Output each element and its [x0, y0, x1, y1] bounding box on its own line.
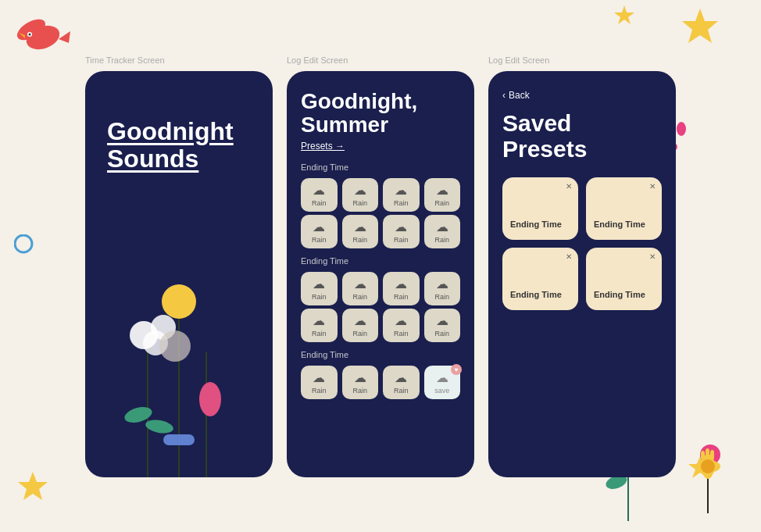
svg-point-35 — [199, 382, 221, 416]
screen1-wrapper: Time Tracker Screen Goodnight Sounds — [85, 55, 273, 477]
sound-name: Rain — [312, 387, 327, 395]
save-sound-item[interactable]: ♥ ☁ save — [424, 366, 461, 399]
sound-name: Rain — [434, 199, 449, 207]
screen3: ‹ Back Saved Presets ✕ Ending Time ✕ End… — [488, 71, 676, 477]
screen2-title: Goodnight, Summer — [301, 90, 460, 138]
sound-name: Rain — [312, 236, 327, 244]
cloud-icon: ☁ — [354, 220, 366, 234]
svg-point-30 — [162, 284, 196, 319]
preset-card-label-1: Ending Time — [510, 220, 562, 229]
cloud-icon: ☁ — [395, 313, 407, 328]
cloud-icon: ☁ — [395, 370, 407, 385]
cloud-icon: ☁ — [436, 370, 448, 385]
sound-name: Rain — [434, 330, 449, 337]
svg-point-34 — [159, 330, 191, 362]
section2-label: Ending Time — [301, 256, 460, 266]
preset-card-label-2: Ending Time — [594, 220, 645, 229]
screen2-label: Log Edit Screen — [287, 55, 348, 65]
sound-grid-1a: ☁ Rain ☁ Rain ☁ Rain ☁ Rain — [301, 178, 460, 212]
sound-name: Rain — [312, 199, 327, 207]
sound-item[interactable]: ☁ Rain — [301, 215, 338, 248]
sound-grid-1b: ☁ Rain ☁ Rain ☁ Rain ☁ Rain — [301, 215, 460, 248]
sound-name: Rain — [394, 293, 409, 301]
screen3-title: Saved Presets — [502, 110, 662, 162]
sound-item[interactable]: ☁ Rain — [383, 215, 420, 248]
sound-item[interactable]: ☁ Rain — [383, 272, 420, 305]
cloud-icon: ☁ — [313, 277, 325, 291]
preset-close-icon-1[interactable]: ✕ — [566, 182, 572, 191]
cloud-icon: ☁ — [395, 220, 407, 234]
sound-item[interactable]: ☁ Rain — [342, 272, 379, 305]
sound-item[interactable]: ☁ Rain — [383, 366, 420, 399]
sound-name: Rain — [394, 387, 409, 395]
screen1-plant-art — [85, 243, 273, 477]
preset-card-label-4: Ending Time — [594, 290, 645, 299]
cloud-icon: ☁ — [436, 277, 448, 291]
sound-name: Rain — [352, 330, 367, 337]
sound-name: save — [434, 387, 449, 395]
sound-item[interactable]: ☁ Rain — [383, 309, 420, 342]
sound-item[interactable]: ☁ Rain — [424, 272, 461, 305]
save-heart-icon: ♥ — [451, 364, 462, 375]
sound-name: Rain — [394, 199, 409, 207]
cloud-icon: ☁ — [354, 183, 366, 198]
preset-close-icon-3[interactable]: ✕ — [566, 252, 572, 261]
sound-item[interactable]: ☁ Rain — [342, 366, 379, 399]
cloud-icon: ☁ — [436, 220, 448, 234]
sound-item[interactable]: ☁ Rain — [342, 215, 379, 248]
cloud-icon: ☁ — [354, 370, 366, 385]
sound-name: Rain — [352, 236, 367, 244]
sound-grid-2a: ☁ Rain ☁ Rain ☁ Rain ☁ Rain — [301, 272, 460, 305]
presets-grid: ✕ Ending Time ✕ Ending Time ✕ Ending Tim… — [502, 177, 662, 310]
sound-item[interactable]: ☁ Rain — [342, 309, 379, 342]
section3-label: Ending Time — [301, 350, 460, 359]
cloud-icon: ☁ — [354, 313, 366, 328]
svg-rect-38 — [163, 434, 195, 445]
presets-link[interactable]: Presets → — [301, 141, 460, 152]
cloud-icon: ☁ — [436, 183, 448, 198]
cloud-icon: ☁ — [395, 277, 407, 291]
screen1: Goodnight Sounds — [85, 71, 273, 477]
sound-name: Rain — [352, 293, 367, 301]
sound-name: Rain — [352, 387, 367, 395]
sound-item[interactable]: ☁ Rain — [301, 366, 338, 399]
sound-name: Rain — [312, 330, 327, 337]
cloud-icon: ☁ — [313, 183, 325, 198]
sound-item[interactable]: ☁ Rain — [383, 178, 420, 212]
sound-item[interactable]: ☁ Rain — [424, 178, 461, 212]
preset-close-icon-4[interactable]: ✕ — [649, 252, 656, 261]
sound-item[interactable]: ☁ Rain — [424, 309, 461, 342]
sound-item[interactable]: ☁ Rain — [424, 215, 461, 248]
sound-name: Rain — [352, 199, 367, 207]
cloud-icon: ☁ — [436, 313, 448, 328]
preset-close-icon-2[interactable]: ✕ — [649, 182, 656, 191]
sound-name: Rain — [434, 293, 449, 301]
cloud-icon: ☁ — [313, 220, 325, 234]
cloud-icon: ☁ — [313, 370, 325, 385]
section1-label: Ending Time — [301, 162, 460, 172]
screen2: Goodnight, Summer Presets → Ending Time … — [287, 71, 474, 477]
cloud-icon: ☁ — [354, 277, 366, 291]
svg-point-37 — [145, 417, 174, 434]
preset-card-2[interactable]: ✕ Ending Time — [586, 177, 662, 240]
sound-item[interactable]: ☁ Rain — [301, 309, 338, 342]
sound-name: Rain — [312, 293, 327, 301]
screen1-label: Time Tracker Screen — [85, 55, 165, 65]
screen3-wrapper: Log Edit Screen ‹ Back Saved Presets ✕ E… — [488, 55, 676, 477]
screen1-title: Goodnight Sounds — [107, 118, 251, 173]
back-button[interactable]: ‹ Back — [502, 90, 662, 101]
screen3-label: Log Edit Screen — [488, 55, 549, 65]
sound-item[interactable]: ☁ Rain — [301, 272, 338, 305]
sound-grid-2b: ☁ Rain ☁ Rain ☁ Rain ☁ Rain — [301, 309, 460, 342]
cloud-icon: ☁ — [313, 313, 325, 328]
sound-item[interactable]: ☁ Rain — [342, 178, 379, 212]
preset-card-3[interactable]: ✕ Ending Time — [502, 248, 578, 310]
sound-grid-3a: ☁ Rain ☁ Rain ☁ Rain ♥ ☁ save — [301, 366, 460, 399]
sound-name: Rain — [394, 236, 409, 244]
cloud-icon: ☁ — [395, 183, 407, 198]
sound-name: Rain — [394, 330, 409, 337]
preset-card-4[interactable]: ✕ Ending Time — [586, 248, 662, 310]
preset-card-1[interactable]: ✕ Ending Time — [502, 177, 578, 240]
sound-item[interactable]: ☁ Rain — [301, 178, 338, 212]
sound-name: Rain — [434, 236, 449, 244]
